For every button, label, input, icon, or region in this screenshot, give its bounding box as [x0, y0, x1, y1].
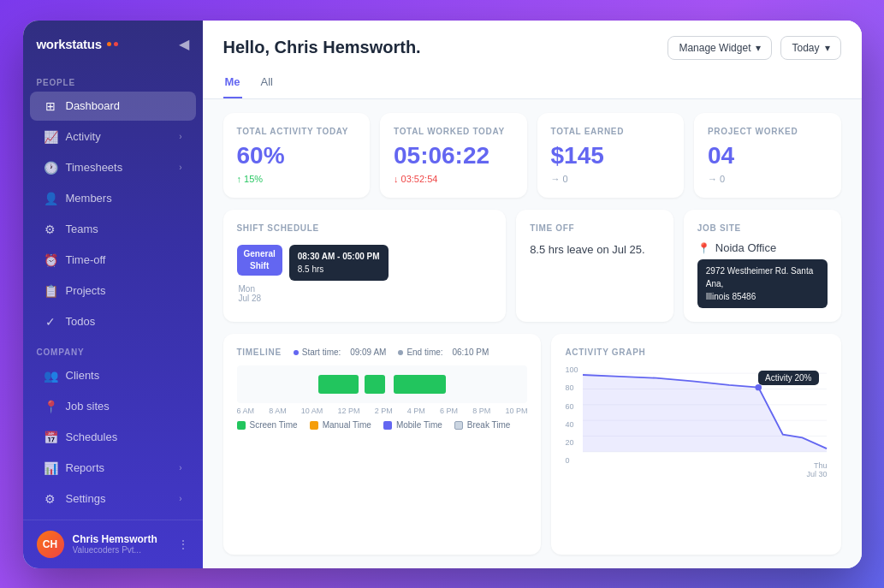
section-people-label: PEOPLE	[23, 68, 203, 91]
jobsite-location: 📍 Noida Office	[697, 241, 828, 254]
sidebar-item-teams[interactable]: ⚙ Teams	[30, 215, 196, 244]
sidebar-item-timesheets[interactable]: 🕐 Timesheets ›	[30, 153, 196, 182]
sidebar-item-schedules[interactable]: 📅 Schedules	[30, 423, 196, 452]
timeline-title: TIMELINE	[237, 347, 282, 357]
tl-label-6pm: 6 PM	[440, 407, 458, 415]
stat-total-activity: TOTAL ACTIVITY TODAY 60% ↑ 15%	[223, 113, 371, 199]
stat-activity-value: 60%	[237, 143, 357, 169]
activity-tooltip-text: Activity 20%	[765, 373, 811, 383]
members-icon: 👤	[44, 192, 57, 205]
timeline-end: End time: 06:10 PM	[398, 347, 489, 357]
sidebar-item-clients[interactable]: 👥 Clients	[30, 361, 196, 390]
sidebar-item-projects[interactable]: 📋 Projects	[30, 276, 196, 306]
job-site-card: JOB SITE 📍 Noida Office 2972 Westheimer …	[684, 210, 841, 322]
today-chevron-icon: ▾	[825, 42, 830, 54]
today-button[interactable]: Today ▾	[780, 36, 840, 60]
manage-widget-button[interactable]: Manage Widget ▾	[667, 36, 772, 60]
sidebar-label-todos: Todos	[66, 315, 96, 328]
stat-total-earned: TOTAL EARNED $145 → 0	[537, 113, 685, 199]
legend-mobile-dot	[383, 421, 392, 430]
sidebar-footer: CH Chris Hemsworth Valuecoders Pvt... ⋮	[23, 520, 203, 568]
timeline-chart-area	[237, 365, 528, 403]
timeline-end-label: End time:	[406, 347, 442, 357]
timeline-meta: Start time: 09:09 AM End time: 06:10 PM	[294, 347, 489, 357]
sidebar-label-clients: Clients	[66, 369, 100, 382]
sidebar-item-timeoff[interactable]: ⏰ Time-off	[30, 246, 196, 275]
sidebar-collapse-icon[interactable]: ◀	[179, 36, 189, 52]
app-shell: workstatus ◀ PEOPLE ⊞ Dashboard 📈 Activi…	[23, 21, 862, 568]
legend-break-label: Break Time	[467, 420, 511, 430]
y-label-20: 20	[565, 438, 578, 447]
legend-mobile-label: Mobile Time	[396, 420, 442, 430]
sidebar-item-settings[interactable]: ⚙ Settings ›	[30, 484, 196, 514]
footer-user-name: Chris Hemsworth	[73, 533, 169, 545]
sidebar-item-jobsites[interactable]: 📍 Job sites	[30, 392, 196, 421]
dashboard-icon: ⊞	[44, 99, 57, 113]
footer-more-icon[interactable]: ⋮	[177, 538, 189, 551]
tab-bar: Me All	[223, 70, 841, 98]
content-area: TOTAL ACTIVITY TODAY 60% ↑ 15% TOTAL WOR…	[203, 99, 862, 568]
settings-chevron-icon: ›	[179, 494, 181, 503]
jobsite-address: 2972 Westheimer Rd. Santa Ana,Illinois 8…	[697, 259, 828, 308]
shift-tooltip: 08:30 AM - 05:00 PM 8.5 hrs	[289, 245, 389, 281]
stat-worked-sub: ↓ 03:52:54	[394, 174, 513, 184]
logo-dots	[107, 42, 118, 46]
sidebar-label-projects: Projects	[66, 284, 106, 297]
sidebar: workstatus ◀ PEOPLE ⊞ Dashboard 📈 Activi…	[23, 21, 203, 568]
y-label-100: 100	[565, 365, 578, 374]
tab-me[interactable]: Me	[223, 70, 242, 98]
legend-break: Break Time	[454, 420, 511, 430]
sidebar-item-reports[interactable]: 📊 Reports ›	[30, 454, 196, 483]
timeoff-title: TIME OFF	[530, 223, 660, 233]
settings-icon: ⚙	[44, 492, 57, 506]
tl-label-6am: 6 AM	[237, 407, 255, 415]
sidebar-item-members[interactable]: 👤 Members	[30, 184, 196, 213]
sidebar-label-activity: Activity	[66, 130, 101, 143]
sidebar-item-activity[interactable]: 📈 Activity ›	[30, 122, 196, 151]
manage-widget-chevron-icon: ▾	[756, 42, 761, 54]
stats-row: TOTAL ACTIVITY TODAY 60% ↑ 15% TOTAL WOR…	[223, 113, 841, 199]
manage-widget-label: Manage Widget	[679, 42, 751, 54]
shift-bar: GeneralShift 08:30 AM - 05:00 PM 8.5 hrs	[237, 241, 493, 281]
location-pin-icon: 📍	[697, 242, 710, 254]
activity-chevron-icon: ›	[179, 132, 181, 141]
sidebar-label-dashboard: Dashboard	[66, 99, 121, 112]
reports-chevron-icon: ›	[179, 463, 181, 472]
activity-x-label: ThuJul 30	[583, 461, 827, 478]
legend-screen-label: Screen Time	[250, 420, 298, 430]
sidebar-item-dashboard[interactable]: ⊞ Dashboard	[30, 92, 196, 121]
tab-all[interactable]: All	[259, 70, 275, 98]
legend-manual: Manual Time	[310, 420, 371, 430]
sidebar-label-settings: Settings	[66, 492, 106, 505]
jobsite-name: Noida Office	[715, 241, 776, 254]
timeline-start-time: 09:09 AM	[350, 347, 386, 357]
stat-worked-value: 05:06:22	[394, 143, 513, 169]
page-title: Hello, Chris Hemsworth.	[223, 38, 421, 57]
graph-tooltip-dot	[756, 384, 762, 390]
sidebar-label-members: Members	[66, 192, 112, 205]
teams-icon: ⚙	[44, 223, 57, 236]
timeline-start: Start time: 09:09 AM	[294, 347, 387, 357]
tl-label-8pm: 8 PM	[472, 407, 490, 415]
stat-total-worked: TOTAL WORKED TODAY 05:06:22 ↓ 03:52:54	[380, 113, 527, 199]
bottom-row: TIMELINE Start time: 09:09 AM End time: …	[223, 334, 841, 554]
footer-user-company: Valuecoders Pvt...	[73, 545, 169, 555]
sidebar-item-todos[interactable]: ✓ Todos	[30, 307, 196, 336]
schedules-icon: 📅	[44, 431, 57, 444]
header-actions: Manage Widget ▾ Today ▾	[667, 36, 840, 60]
timesheets-chevron-icon: ›	[179, 163, 181, 172]
logo-dot-orange	[107, 42, 111, 46]
logo-text: workstatus	[37, 37, 102, 51]
legend-manual-label: Manual Time	[323, 420, 371, 430]
time-off-card: TIME OFF 8.5 hrs leave on Jul 25.	[516, 210, 673, 322]
timeline-start-label: Start time:	[302, 347, 341, 357]
legend-mobile: Mobile Time	[383, 420, 442, 430]
timesheets-icon: 🕐	[44, 161, 57, 175]
sidebar-label-jobsites: Job sites	[66, 400, 110, 413]
y-label-40: 40	[565, 420, 578, 429]
graph-area: Activity 20% ThuJul 30	[583, 365, 827, 478]
tl-label-4pm: 4 PM	[407, 407, 425, 415]
legend-screen: Screen Time	[237, 420, 298, 430]
reports-icon: 📊	[44, 461, 57, 475]
stat-activity-sub: ↑ 15%	[237, 174, 357, 184]
